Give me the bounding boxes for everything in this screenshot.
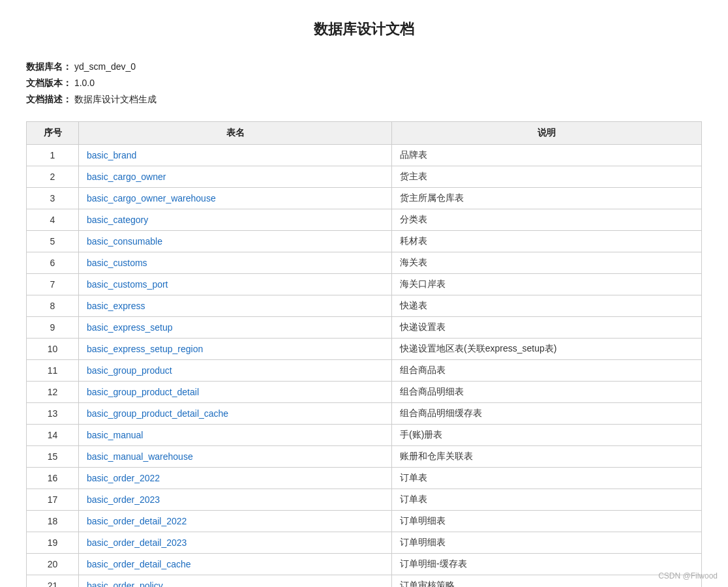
cell-index: 8	[27, 295, 79, 316]
cell-table-name[interactable]: basic_customs	[79, 252, 392, 273]
cell-table-name[interactable]: basic_manual_warehouse	[79, 445, 392, 467]
table-row: 17basic_order_2023订单表	[27, 489, 702, 510]
cell-index: 19	[27, 532, 79, 553]
cell-desc: 耗材表	[392, 230, 702, 252]
table-header-row: 序号 表名 说明	[27, 121, 702, 144]
cell-table-name[interactable]: basic_express_setup	[79, 316, 392, 338]
cell-table-name[interactable]: basic_order_detail_2023	[79, 532, 392, 553]
cell-index: 15	[27, 445, 79, 467]
cell-table-name[interactable]: basic_order_policy	[79, 575, 392, 587]
version-label: 文档版本：	[26, 78, 72, 88]
cell-desc: 手(账)册表	[392, 424, 702, 445]
cell-index: 16	[27, 467, 79, 489]
cell-table-name[interactable]: basic_order_2022	[79, 467, 392, 489]
cell-desc: 组合商品明细缓存表	[392, 402, 702, 424]
cell-index: 20	[27, 553, 79, 575]
cell-index: 14	[27, 424, 79, 445]
desc-row: 文档描述： 数据库设计文档生成	[26, 91, 702, 108]
cell-index: 6	[27, 252, 79, 273]
col-header-name: 表名	[79, 121, 392, 144]
cell-table-name[interactable]: basic_cargo_owner	[79, 166, 392, 187]
cell-desc: 快递设置地区表(关联express_setup表)	[392, 338, 702, 359]
cell-index: 21	[27, 575, 79, 587]
col-header-desc: 说明	[392, 121, 702, 144]
cell-desc: 订单明细表	[392, 532, 702, 553]
cell-table-name[interactable]: basic_manual	[79, 424, 392, 445]
db-name-row: 数据库名： yd_scm_dev_0	[26, 59, 702, 75]
cell-desc: 组合商品明细表	[392, 381, 702, 402]
table-row: 16basic_order_2022订单表	[27, 467, 702, 489]
db-name-value: yd_scm_dev_0	[74, 61, 136, 72]
cell-index: 10	[27, 338, 79, 359]
cell-table-name[interactable]: basic_express	[79, 295, 392, 316]
col-header-index: 序号	[27, 121, 79, 144]
cell-index: 18	[27, 510, 79, 532]
cell-desc: 分类表	[392, 209, 702, 230]
table-row: 15basic_manual_warehouse账册和仓库关联表	[27, 445, 702, 467]
cell-table-name[interactable]: basic_category	[79, 209, 392, 230]
cell-desc: 订单审核策略	[392, 575, 702, 587]
cell-desc: 海关表	[392, 252, 702, 273]
cell-index: 12	[27, 381, 79, 402]
table-row: 1basic_brand品牌表	[27, 144, 702, 166]
cell-desc: 订单明细-缓存表	[392, 553, 702, 575]
table-row: 8basic_express快递表	[27, 295, 702, 316]
cell-desc: 品牌表	[392, 144, 702, 166]
table-row: 9basic_express_setup快递设置表	[27, 316, 702, 338]
page-title: 数据库设计文档	[26, 20, 702, 39]
cell-desc: 货主表	[392, 166, 702, 187]
table-row: 7basic_customs_port海关口岸表	[27, 273, 702, 295]
version-value: 1.0.0	[74, 78, 95, 88]
watermark: CSDN @Filwood	[658, 571, 718, 580]
table-row: 5basic_consumable耗材表	[27, 230, 702, 252]
meta-info: 数据库名： yd_scm_dev_0 文档版本： 1.0.0 文档描述： 数据库…	[26, 59, 702, 108]
table-row: 13basic_group_product_detail_cache组合商品明细…	[27, 402, 702, 424]
cell-desc: 货主所属仓库表	[392, 187, 702, 209]
cell-index: 2	[27, 166, 79, 187]
cell-desc: 海关口岸表	[392, 273, 702, 295]
cell-desc: 订单表	[392, 489, 702, 510]
cell-index: 7	[27, 273, 79, 295]
table-row: 2basic_cargo_owner货主表	[27, 166, 702, 187]
page-container: 数据库设计文档 数据库名： yd_scm_dev_0 文档版本： 1.0.0 文…	[0, 0, 728, 587]
db-name-label: 数据库名：	[26, 61, 72, 72]
cell-table-name[interactable]: basic_express_setup_region	[79, 338, 392, 359]
cell-index: 3	[27, 187, 79, 209]
cell-desc: 组合商品表	[392, 359, 702, 381]
table-row: 21basic_order_policy订单审核策略	[27, 575, 702, 587]
cell-table-name[interactable]: basic_cargo_owner_warehouse	[79, 187, 392, 209]
cell-table-name[interactable]: basic_group_product_detail_cache	[79, 402, 392, 424]
cell-index: 1	[27, 144, 79, 166]
table-row: 11basic_group_product组合商品表	[27, 359, 702, 381]
table-row: 19basic_order_detail_2023订单明细表	[27, 532, 702, 553]
cell-table-name[interactable]: basic_order_detail_cache	[79, 553, 392, 575]
cell-table-name[interactable]: basic_group_product_detail	[79, 381, 392, 402]
cell-index: 13	[27, 402, 79, 424]
desc-label: 文档描述：	[26, 94, 72, 104]
cell-desc: 快递表	[392, 295, 702, 316]
cell-desc: 账册和仓库关联表	[392, 445, 702, 467]
cell-table-name[interactable]: basic_group_product	[79, 359, 392, 381]
version-row: 文档版本： 1.0.0	[26, 75, 702, 91]
table-row: 18basic_order_detail_2022订单明细表	[27, 510, 702, 532]
cell-index: 11	[27, 359, 79, 381]
table-row: 20basic_order_detail_cache订单明细-缓存表	[27, 553, 702, 575]
cell-desc: 订单表	[392, 467, 702, 489]
cell-table-name[interactable]: basic_consumable	[79, 230, 392, 252]
cell-table-name[interactable]: basic_order_detail_2022	[79, 510, 392, 532]
cell-desc: 订单明细表	[392, 510, 702, 532]
table-row: 4basic_category分类表	[27, 209, 702, 230]
cell-table-name[interactable]: basic_customs_port	[79, 273, 392, 295]
cell-table-name[interactable]: basic_order_2023	[79, 489, 392, 510]
table-row: 10basic_express_setup_region快递设置地区表(关联ex…	[27, 338, 702, 359]
cell-table-name[interactable]: basic_brand	[79, 144, 392, 166]
main-table: 序号 表名 说明 1basic_brand品牌表2basic_cargo_own…	[26, 121, 702, 587]
table-row: 6basic_customs海关表	[27, 252, 702, 273]
desc-value: 数据库设计文档生成	[74, 94, 157, 104]
cell-index: 4	[27, 209, 79, 230]
table-row: 3basic_cargo_owner_warehouse货主所属仓库表	[27, 187, 702, 209]
table-row: 14basic_manual手(账)册表	[27, 424, 702, 445]
cell-desc: 快递设置表	[392, 316, 702, 338]
cell-index: 5	[27, 230, 79, 252]
cell-index: 17	[27, 489, 79, 510]
